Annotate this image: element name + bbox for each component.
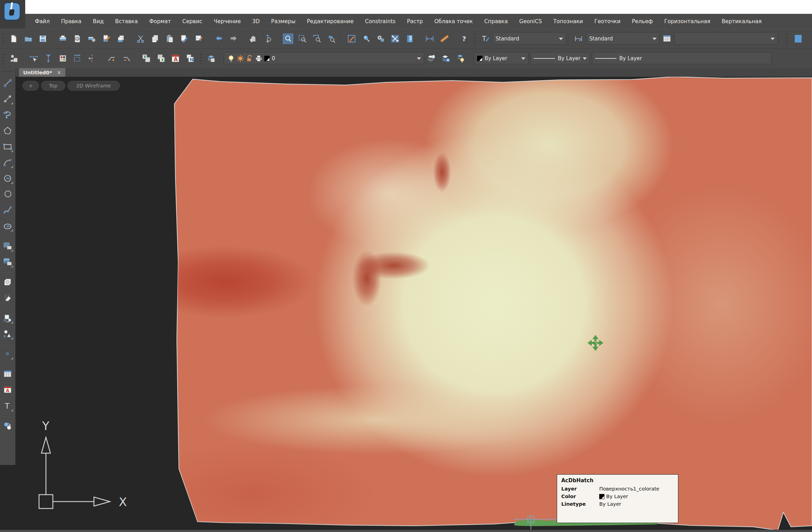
toolbar-grip[interactable] — [473, 32, 477, 45]
cut-icon[interactable] — [136, 34, 146, 44]
menu-item-8[interactable]: 3D — [252, 18, 260, 25]
zoom-previous-icon[interactable] — [326, 34, 337, 44]
region-tool-icon[interactable] — [2, 276, 13, 288]
arc-tool-icon[interactable] — [2, 157, 13, 168]
chevron-down-icon[interactable] — [521, 57, 525, 60]
dim-center-icon[interactable] — [87, 53, 97, 64]
edit-image-icon[interactable] — [194, 34, 204, 44]
menu-item-7[interactable]: Черчение — [214, 18, 241, 25]
zoom-realtime-icon[interactable] — [283, 34, 293, 44]
page-setup-icon[interactable] — [87, 34, 97, 44]
xref-icon[interactable] — [9, 53, 19, 64]
customize-icon[interactable] — [390, 34, 400, 44]
clipped-icon[interactable] — [792, 34, 802, 44]
app-logo-box[interactable] — [0, 0, 25, 29]
table-text-tool-icon[interactable]: A — [2, 384, 13, 396]
layer-bulb-icon[interactable] — [227, 54, 235, 63]
table-tool-icon[interactable] — [2, 368, 13, 380]
layer-lockO-icon[interactable] — [246, 54, 254, 63]
layers-icon[interactable] — [206, 53, 216, 64]
mleader-remove-icon[interactable] — [121, 53, 132, 64]
menu-item-11[interactable]: Constraints — [365, 18, 395, 25]
menu-item-10[interactable]: Редактирование — [307, 18, 353, 25]
chevron-down-icon[interactable] — [417, 57, 421, 60]
dim-vertical-icon[interactable] — [43, 53, 54, 64]
viewport-view-control[interactable]: Top — [41, 81, 65, 91]
options-icon[interactable] — [375, 34, 386, 44]
paste-icon[interactable] — [165, 34, 175, 44]
menu-item-4[interactable]: Вставка — [115, 18, 138, 25]
block-create-tool-icon[interactable] — [2, 328, 13, 340]
table-style-combo[interactable] — [674, 33, 778, 45]
palettes-icon[interactable] — [404, 34, 415, 44]
menu-item-2[interactable]: Правка — [61, 18, 82, 25]
polygon-tool-icon[interactable] — [2, 125, 13, 137]
hatch-tool-icon[interactable] — [2, 240, 13, 252]
menu-item-17[interactable]: Геоточки — [594, 18, 621, 25]
polyline-tool-icon[interactable] — [2, 109, 13, 121]
viewport-visual-style-control[interactable]: 2D Wireframe — [67, 81, 120, 91]
print-icon[interactable] — [58, 34, 68, 44]
color-combo[interactable]: By Layer — [474, 53, 528, 64]
save-icon[interactable] — [38, 34, 48, 44]
menu-item-19[interactable]: Горизонтальная — [664, 18, 710, 25]
table-autocad-icon[interactable]: A — [170, 53, 181, 64]
document-tab[interactable]: Untitled0* × — [19, 68, 65, 77]
menu-item-14[interactable]: Справка — [484, 18, 508, 25]
zoom-dynamic-icon[interactable] — [263, 34, 273, 44]
dim-linear-icon[interactable] — [29, 53, 39, 64]
copy-rotate-tool-icon[interactable] — [2, 420, 13, 432]
redo-icon[interactable] — [228, 34, 239, 44]
table-export-icon[interactable]: X — [141, 53, 152, 64]
table-excel-icon[interactable]: X — [156, 53, 166, 64]
menu-item-20[interactable]: Вертикальная — [722, 18, 762, 25]
ruler-icon[interactable] — [439, 34, 449, 44]
layer-sun-icon[interactable] — [236, 54, 245, 63]
cloud-tool-icon[interactable] — [2, 188, 13, 200]
toolbar-grip[interactable] — [1, 32, 6, 45]
mleader-add-icon[interactable] — [107, 53, 117, 64]
layer-on-icon[interactable] — [455, 53, 466, 64]
chevron-down-icon[interactable] — [771, 38, 775, 40]
pan-icon[interactable] — [248, 34, 259, 44]
table-style-icon[interactable] — [662, 34, 672, 44]
spline-tool-icon[interactable] — [2, 204, 13, 216]
chevron-down-icon[interactable] — [652, 38, 657, 40]
properties-icon[interactable] — [361, 34, 371, 44]
chevron-down-icon[interactable] — [559, 38, 563, 40]
tab-close-icon[interactable]: × — [57, 69, 61, 76]
menu-item-16[interactable]: Топознаки — [553, 18, 583, 25]
chevron-down-icon[interactable] — [583, 57, 587, 60]
color-picker-icon[interactable] — [58, 53, 68, 64]
toolbar-grip[interactable] — [785, 32, 789, 45]
dim-style-combo[interactable]: Standard — [586, 33, 660, 45]
draw-order-icon[interactable] — [346, 34, 357, 44]
line-tool-icon[interactable] — [2, 77, 13, 89]
toolbar-grip[interactable] — [199, 52, 203, 65]
toolbar-grip[interactable] — [1, 52, 6, 65]
copy-properties-icon[interactable] — [179, 34, 190, 44]
circle-tool-icon[interactable] — [2, 172, 13, 184]
open-file-icon[interactable] — [23, 34, 34, 44]
copy-icon[interactable] — [150, 34, 161, 44]
menu-item-6[interactable]: Сервис — [182, 18, 202, 25]
menu-item-3[interactable]: Вид — [93, 18, 104, 25]
menu-item-1[interactable]: Файл — [35, 18, 50, 25]
text-style-icon[interactable]: T — [480, 34, 490, 44]
viewport-controls-expand[interactable]: + — [22, 81, 39, 91]
linetype-combo[interactable]: By Layer — [531, 53, 590, 64]
point-tool-icon[interactable] — [2, 348, 13, 360]
batch-plot-icon[interactable] — [116, 34, 126, 44]
lineweight-combo[interactable]: By Layer — [592, 53, 772, 64]
menu-item-9[interactable]: Размеры — [271, 18, 295, 25]
xline-tool-icon[interactable] — [2, 93, 13, 105]
menu-item-15[interactable]: GeoniCS — [519, 18, 542, 25]
gradient-tool-icon[interactable] — [2, 256, 13, 268]
print-preview-icon[interactable]: A — [72, 34, 83, 44]
layer-printS-icon[interactable] — [255, 54, 263, 63]
help-icon[interactable]: ? — [459, 34, 469, 44]
menu-item-5[interactable]: Формат — [149, 18, 171, 25]
layer-match-icon[interactable] — [426, 53, 437, 64]
toolbar-grip[interactable] — [2, 69, 13, 73]
ellipse-tool-icon[interactable] — [2, 220, 13, 232]
